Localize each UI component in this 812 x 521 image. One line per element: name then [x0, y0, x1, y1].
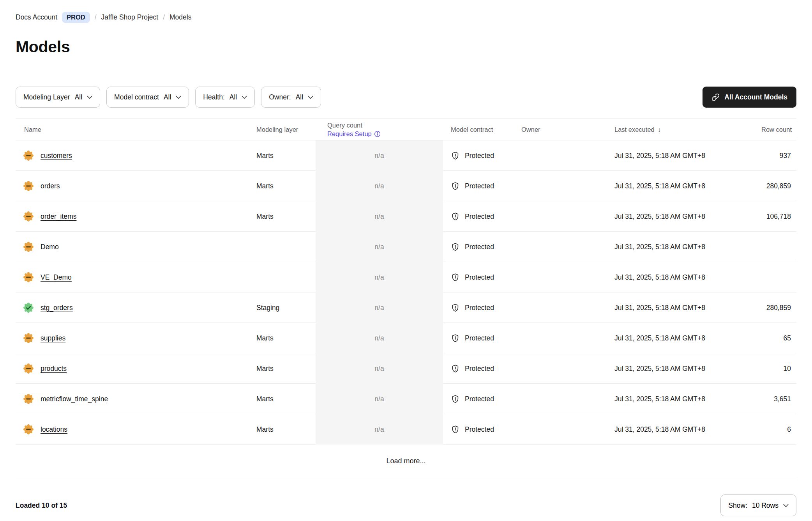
warning-seal-minus-icon [23, 424, 34, 434]
filter-owner[interactable]: Owner: All [261, 87, 321, 108]
row-count-cell: 10 [720, 365, 796, 373]
shield-exclamation-icon [451, 395, 460, 404]
filter-health[interactable]: Health: All [195, 87, 255, 108]
health-status-icon [23, 242, 34, 252]
name-cell: metricflow_time_spine [16, 394, 256, 404]
model-contract-cell: Protected [443, 334, 521, 343]
all-account-models-button[interactable]: All Account Models [703, 87, 796, 108]
last-executed-cell: Jul 31, 2025, 5:18 AM GMT+8 [614, 395, 720, 403]
shield-exclamation-icon [451, 151, 460, 160]
row-count-cell: 280,859 [720, 182, 796, 190]
column-header-modeling-layer[interactable]: Modeling layer [256, 126, 316, 133]
shield-exclamation-icon [451, 303, 460, 312]
row-count-cell: 937 [720, 152, 796, 160]
show-rows-select[interactable]: Show: 10 Rows [720, 494, 796, 516]
shield-exclamation-icon [451, 182, 460, 191]
shield-exclamation-icon [451, 364, 460, 373]
models-page: Docs Account PROD / Jaffle Shop Project … [0, 0, 812, 516]
query-count-cell: n/a [316, 262, 443, 292]
model-name-link[interactable]: metricflow_time_spine [41, 395, 108, 403]
query-count-label: Query count [327, 121, 443, 129]
model-contract-cell: Protected [443, 151, 521, 160]
name-cell: stg_orders [16, 303, 256, 313]
name-cell: customers [16, 151, 256, 161]
model-contract-label: Protected [465, 273, 494, 282]
breadcrumb: Docs Account PROD / Jaffle Shop Project … [16, 0, 796, 23]
model-contract-label: Protected [465, 304, 494, 312]
requires-setup-link[interactable]: Requires Setup [327, 129, 443, 138]
warning-seal-minus-icon [23, 151, 34, 161]
model-contract-label: Protected [465, 243, 494, 251]
sort-descending-icon: ↓ [658, 126, 661, 133]
model-name-link[interactable]: VE_Demo [41, 273, 72, 282]
health-status-icon [23, 303, 34, 313]
query-count-cell: n/a [316, 232, 443, 262]
filter-value: All [75, 93, 82, 101]
column-header-model-contract[interactable]: Model contract [443, 126, 521, 133]
row-count-cell: 280,859 [720, 304, 796, 312]
chevron-down-icon [176, 96, 181, 99]
column-header-last-executed[interactable]: Last executed ↓ [614, 126, 720, 133]
last-executed-cell: Jul 31, 2025, 5:18 AM GMT+8 [614, 243, 720, 251]
health-status-icon [23, 424, 34, 434]
chevron-down-icon [783, 504, 789, 507]
warning-seal-minus-icon [23, 394, 34, 404]
name-cell: orders [16, 181, 256, 191]
model-name-link[interactable]: products [41, 365, 67, 373]
link-icon [711, 93, 720, 101]
table-row: stg_orders Staging n/a Protected Jul 31,… [16, 292, 796, 323]
filter-modeling-layer[interactable]: Modeling Layer All [16, 87, 100, 108]
model-name-link[interactable]: supplies [41, 334, 65, 342]
filter-model-contract[interactable]: Model contract All [106, 87, 189, 108]
model-name-link[interactable]: customers [41, 152, 72, 160]
last-executed-cell: Jul 31, 2025, 5:18 AM GMT+8 [614, 152, 720, 160]
query-count-cell: n/a [316, 201, 443, 232]
column-header-owner[interactable]: Owner [521, 126, 614, 133]
filter-value: All [296, 93, 303, 101]
query-count-cell: n/a [316, 323, 443, 353]
modeling-layer-cell: Staging [256, 304, 316, 312]
column-header-name[interactable]: Name [16, 126, 256, 133]
health-status-icon [23, 272, 34, 282]
success-seal-check-icon [23, 303, 34, 313]
table-header-row: Name Modeling layer Query count Requires… [16, 119, 796, 140]
environment-badge: PROD [62, 12, 90, 23]
breadcrumb-separator: / [95, 13, 97, 21]
loaded-count: Loaded 10 of 15 [16, 502, 67, 510]
column-header-row-count[interactable]: Row count [720, 126, 796, 133]
table-footer: Loaded 10 of 15 Show: 10 Rows [16, 494, 796, 516]
last-executed-cell: Jul 31, 2025, 5:18 AM GMT+8 [614, 213, 720, 221]
table-row: customers Marts n/a Protected Jul 31, 20… [16, 140, 796, 171]
name-cell: products [16, 363, 256, 374]
chevron-down-icon [242, 96, 247, 99]
health-status-icon [23, 211, 34, 222]
breadcrumb-separator: / [163, 13, 165, 21]
model-contract-cell: Protected [443, 182, 521, 191]
table-row: locations Marts n/a Protected Jul 31, 20… [16, 414, 796, 445]
model-contract-cell: Protected [443, 212, 521, 221]
model-name-link[interactable]: Demo [41, 243, 59, 251]
load-more-button[interactable]: Load more... [386, 457, 425, 465]
modeling-layer-cell: Marts [256, 213, 316, 221]
show-label: Show: [728, 502, 747, 510]
modeling-layer-cell: Marts [256, 182, 316, 190]
last-executed-cell: Jul 31, 2025, 5:18 AM GMT+8 [614, 365, 720, 373]
model-contract-label: Protected [465, 182, 494, 190]
warning-seal-minus-icon [23, 181, 34, 191]
model-name-link[interactable]: order_items [41, 213, 76, 221]
load-more-row: Load more... [16, 445, 796, 478]
model-contract-cell: Protected [443, 303, 521, 312]
model-name-link[interactable]: locations [41, 425, 67, 434]
model-name-link[interactable]: stg_orders [41, 304, 73, 312]
last-executed-cell: Jul 31, 2025, 5:18 AM GMT+8 [614, 182, 720, 190]
table-row: orders Marts n/a Protected Jul 31, 2025,… [16, 171, 796, 201]
model-name-link[interactable]: orders [41, 182, 60, 190]
table-row: VE_Demo n/a Protected Jul 31, 2025, 5:18… [16, 262, 796, 292]
breadcrumb-project[interactable]: Jaffle Shop Project [101, 13, 159, 21]
model-contract-label: Protected [465, 395, 494, 403]
shield-exclamation-icon [451, 425, 460, 434]
table-row: supplies Marts n/a Protected Jul 31, 202… [16, 323, 796, 353]
breadcrumb-account[interactable]: Docs Account [16, 13, 57, 21]
info-icon [374, 131, 381, 137]
shield-exclamation-icon [451, 212, 460, 221]
